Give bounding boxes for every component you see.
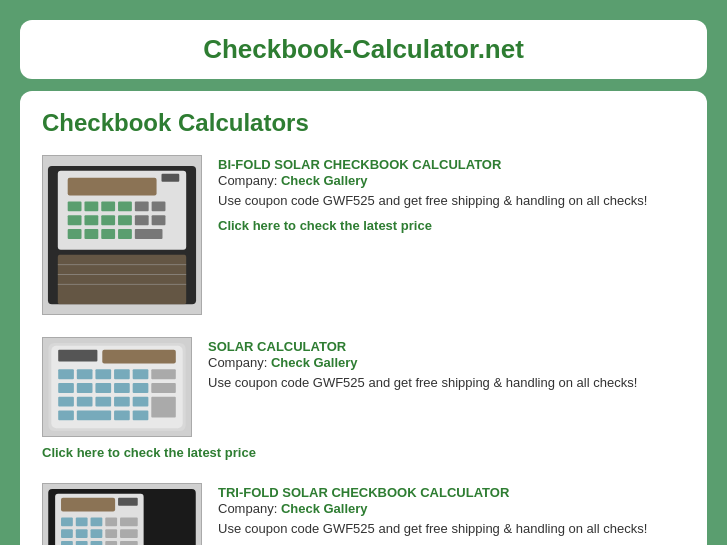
svg-rect-19 — [118, 229, 132, 239]
company-link-bifold[interactable]: Check Gallery — [281, 173, 368, 188]
product-solar-row: SOLAR CALCULATOR Company: Check Gallery … — [42, 337, 685, 437]
svg-rect-18 — [101, 229, 115, 239]
svg-rect-13 — [118, 215, 132, 225]
svg-rect-31 — [95, 369, 111, 379]
svg-rect-49 — [114, 411, 130, 421]
svg-rect-66 — [76, 541, 88, 545]
svg-rect-34 — [151, 369, 176, 379]
svg-rect-58 — [105, 517, 117, 526]
svg-rect-62 — [91, 529, 103, 538]
product-info-trifold: TRI-FOLD SOLAR CHECKBOOK CALCULATOR Comp… — [202, 483, 685, 545]
product-image-solar — [42, 337, 192, 437]
product-image-trifold: ID — [42, 483, 202, 545]
product-title-bifold[interactable]: BI-FOLD SOLAR CHECKBOOK CALCULATOR — [218, 157, 501, 172]
svg-rect-37 — [95, 383, 111, 393]
svg-rect-64 — [120, 529, 138, 538]
svg-rect-29 — [58, 369, 74, 379]
svg-rect-46 — [151, 397, 176, 418]
svg-rect-61 — [76, 529, 88, 538]
svg-rect-11 — [84, 215, 98, 225]
svg-rect-56 — [76, 517, 88, 526]
svg-rect-17 — [84, 229, 98, 239]
svg-rect-40 — [151, 383, 176, 393]
product-title-trifold[interactable]: TRI-FOLD SOLAR CHECKBOOK CALCULATOR — [218, 485, 509, 500]
svg-rect-45 — [133, 397, 149, 407]
svg-rect-54 — [118, 498, 138, 506]
svg-rect-28 — [102, 350, 176, 364]
svg-rect-41 — [58, 397, 74, 407]
company-link-trifold[interactable]: Check Gallery — [281, 501, 368, 516]
svg-rect-36 — [77, 383, 93, 393]
svg-rect-42 — [77, 397, 93, 407]
svg-rect-65 — [61, 541, 73, 545]
page-wrapper: Checkbook-Calculator.net Checkbook Calcu… — [10, 10, 717, 545]
svg-rect-39 — [133, 383, 149, 393]
product-info-bifold: BI-FOLD SOLAR CHECKBOOK CALCULATOR Compa… — [202, 155, 685, 234]
svg-rect-63 — [105, 529, 117, 538]
svg-rect-6 — [101, 201, 115, 211]
product-company-trifold: Company: Check Gallery — [218, 501, 685, 516]
company-link-solar[interactable]: Check Gallery — [271, 355, 358, 370]
svg-rect-50 — [133, 411, 149, 421]
svg-rect-53 — [61, 498, 115, 512]
product-image-bifold — [42, 155, 202, 315]
svg-rect-20 — [135, 229, 163, 239]
svg-rect-15 — [152, 215, 166, 225]
svg-rect-68 — [105, 541, 117, 545]
product-coupon-bifold: Use coupon code GWF525 and get free ship… — [218, 193, 685, 208]
svg-rect-35 — [58, 383, 74, 393]
svg-rect-8 — [135, 201, 149, 211]
svg-rect-5 — [84, 201, 98, 211]
svg-rect-7 — [118, 201, 132, 211]
product-info-solar: SOLAR CALCULATOR Company: Check Gallery … — [192, 337, 685, 398]
product-bifold: BI-FOLD SOLAR CHECKBOOK CALCULATOR Compa… — [42, 155, 685, 315]
svg-rect-67 — [91, 541, 103, 545]
svg-rect-57 — [91, 517, 103, 526]
svg-rect-14 — [135, 215, 149, 225]
product-trifold: ID TRI-FOLD SOLAR CHECKBOOK CALCULATOR C… — [42, 483, 685, 545]
main-content: Checkbook Calculators — [20, 91, 707, 545]
svg-rect-10 — [68, 215, 82, 225]
svg-rect-48 — [77, 411, 111, 421]
svg-rect-32 — [114, 369, 130, 379]
product-solar: SOLAR CALCULATOR Company: Check Gallery … — [42, 337, 685, 461]
product-coupon-solar: Use coupon code GWF525 and get free ship… — [208, 375, 685, 390]
svg-rect-60 — [61, 529, 73, 538]
svg-rect-3 — [162, 174, 180, 182]
svg-rect-9 — [152, 201, 166, 211]
svg-rect-43 — [95, 397, 111, 407]
svg-rect-16 — [68, 229, 82, 239]
svg-rect-4 — [68, 201, 82, 211]
product-company-bifold: Company: Check Gallery — [218, 173, 685, 188]
svg-rect-38 — [114, 383, 130, 393]
svg-rect-59 — [120, 517, 138, 526]
site-title[interactable]: Checkbook-Calculator.net — [203, 34, 524, 64]
svg-rect-69 — [120, 541, 138, 545]
product-price-link-bifold[interactable]: Click here to check the latest price — [218, 218, 432, 233]
svg-rect-21 — [58, 255, 186, 304]
product-coupon-trifold: Use coupon code GWF525 and get free ship… — [218, 521, 685, 536]
header-box: Checkbook-Calculator.net — [20, 20, 707, 79]
svg-rect-30 — [77, 369, 93, 379]
product-company-solar: Company: Check Gallery — [208, 355, 685, 370]
svg-rect-44 — [114, 397, 130, 407]
svg-rect-12 — [101, 215, 115, 225]
page-title: Checkbook Calculators — [42, 109, 685, 137]
svg-rect-33 — [133, 369, 149, 379]
svg-rect-47 — [58, 411, 74, 421]
svg-rect-2 — [68, 178, 157, 196]
svg-rect-55 — [61, 517, 73, 526]
svg-rect-27 — [58, 350, 97, 362]
product-price-link-solar[interactable]: Click here to check the latest price — [42, 445, 256, 460]
solar-link-below: Click here to check the latest price — [42, 443, 685, 461]
product-title-solar[interactable]: SOLAR CALCULATOR — [208, 339, 346, 354]
